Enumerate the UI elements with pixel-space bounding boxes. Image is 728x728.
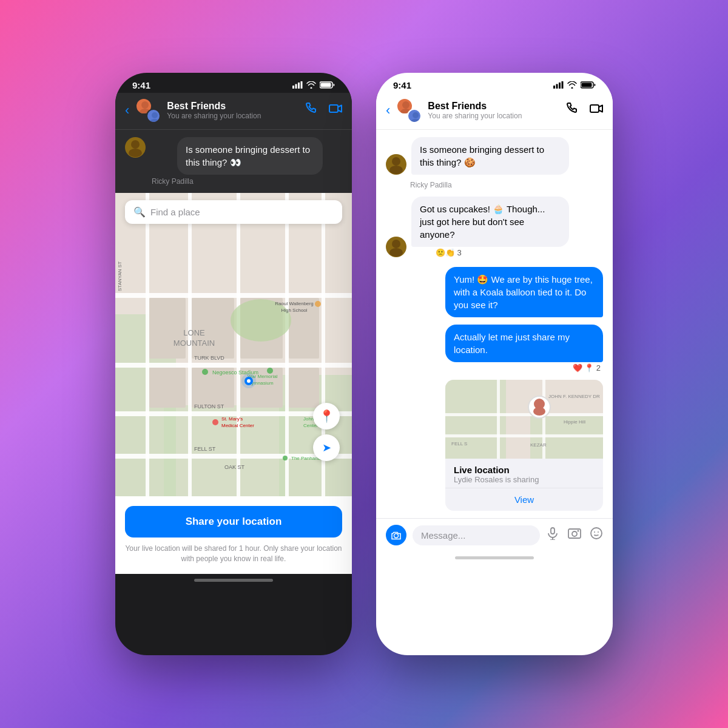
battery-icon-right <box>581 80 596 90</box>
svg-rect-63 <box>562 81 564 89</box>
svg-rect-65 <box>582 83 592 87</box>
reactions-2: 🙁👏 3 <box>436 248 569 257</box>
svg-text:STANYAN ST: STANYAN ST <box>117 261 123 291</box>
message-row-3: Yum! 🤩 We are by this huge tree, with a … <box>386 267 603 317</box>
svg-point-8 <box>152 112 158 118</box>
prev-sender-label: Ricky Padilla <box>152 177 342 186</box>
message-input[interactable]: Message... <box>413 525 540 545</box>
message-bubble-3: Yum! 🤩 We are by this huge tree, with a … <box>445 267 603 317</box>
signal-icon-right <box>553 80 564 90</box>
svg-text:FELL ST: FELL ST <box>194 446 216 452</box>
call-icon-left[interactable] <box>305 102 318 119</box>
reactions-4: ❤️ 📍 2 <box>445 363 601 372</box>
search-icon-map: 🔍 <box>133 206 146 218</box>
find-place-text: Find a place <box>150 207 200 217</box>
svg-text:MOUNTAIN: MOUNTAIN <box>174 339 215 348</box>
call-icon-right[interactable] <box>565 102 579 119</box>
location-card-info: Live location Lydie Rosales is sharing <box>445 459 603 488</box>
svg-rect-79 <box>445 434 603 437</box>
svg-point-47 <box>267 368 273 374</box>
chat-input-bar: Message... <box>376 518 613 551</box>
find-place-bar[interactable]: 🔍 Find a place <box>125 200 342 224</box>
svg-rect-61 <box>556 84 558 89</box>
svg-point-56 <box>283 456 288 460</box>
view-location-button[interactable]: View <box>445 488 603 511</box>
svg-point-72 <box>389 166 403 174</box>
svg-rect-29 <box>289 298 319 359</box>
navigate-button[interactable]: ➤ <box>313 434 340 461</box>
svg-point-69 <box>411 119 420 123</box>
sticker-icon[interactable] <box>590 527 603 544</box>
svg-text:Raoul Wallenberg: Raoul Wallenberg <box>275 301 313 306</box>
message-row-5: JOHN F. KENNEDY DR Hippie Hill KEZAR FEL… <box>386 380 603 511</box>
message-bubble-1: Is someone bringing dessert to this thin… <box>411 137 569 175</box>
svg-point-66 <box>402 101 410 109</box>
svg-point-50 <box>212 419 218 425</box>
message-text-2: Got us cupcakes! 🧁 Though... just got he… <box>420 204 545 240</box>
back-button-right[interactable]: ‹ <box>386 103 390 118</box>
share-location-button[interactable]: Share your location <box>125 506 342 538</box>
status-bar-right: 9:41 <box>376 73 613 93</box>
back-button-left[interactable]: ‹ <box>125 103 129 118</box>
svg-rect-3 <box>301 81 303 89</box>
input-actions <box>546 527 603 544</box>
microphone-icon[interactable] <box>546 527 559 544</box>
time-right: 9:41 <box>393 80 411 90</box>
photo-icon[interactable] <box>568 527 581 544</box>
sender-label-1: Ricky Padilla <box>410 181 603 189</box>
header-subtitle-right: You are sharing your location <box>428 112 559 120</box>
svg-rect-26 <box>149 298 186 359</box>
share-location-area: Share your location Your live location w… <box>115 496 352 574</box>
home-indicator-right <box>455 556 534 559</box>
camera-button[interactable] <box>386 525 406 545</box>
message-text-4: Actually let me just share my location. <box>454 332 570 355</box>
svg-point-74 <box>389 248 403 257</box>
svg-point-95 <box>578 530 579 532</box>
svg-rect-5 <box>321 83 331 87</box>
svg-rect-33 <box>289 368 319 408</box>
msg-avatar-1 <box>386 154 406 175</box>
message-row-1: Is someone bringing dessert to this thin… <box>386 137 603 175</box>
prev-message-area: Is someone bringing dessert to this thin… <box>115 130 352 193</box>
svg-point-12 <box>129 149 142 157</box>
chat-header-right: ‹ Best Friends You are sharing your loca… <box>376 93 613 130</box>
group-name-right: Best Friends <box>428 101 559 112</box>
signal-icon-left <box>292 80 303 90</box>
status-icons-right <box>553 80 596 90</box>
video-icon-left[interactable] <box>329 102 342 119</box>
group-avatar-right <box>396 98 422 123</box>
svg-point-73 <box>392 240 400 248</box>
home-indicator-left <box>194 579 273 582</box>
message-row-2: Got us cupcakes! 🧁 Though... just got he… <box>386 197 603 257</box>
svg-point-11 <box>131 140 140 149</box>
svg-text:LONE: LONE <box>183 328 205 337</box>
svg-text:St. Mary's: St. Mary's <box>221 416 243 422</box>
svg-rect-30 <box>149 368 186 408</box>
svg-text:Medical Center: Medical Center <box>221 423 254 428</box>
svg-point-71 <box>392 157 400 166</box>
map-area: STANYAN ST TURK BLVD FULTON ST FELL ST O… <box>115 193 352 496</box>
header-actions-left <box>305 102 342 119</box>
svg-point-44 <box>315 301 321 307</box>
time-left: 9:41 <box>132 80 150 90</box>
group-name-left: Best Friends <box>167 101 298 112</box>
prev-msg-avatar <box>125 137 146 158</box>
live-location-subtitle: Lydie Rosales is sharing <box>454 475 595 484</box>
video-icon-right[interactable] <box>590 102 603 119</box>
pin-icon: 📍 <box>319 409 334 423</box>
location-map-preview: JOHN F. KENNEDY DR Hippie Hill KEZAR FEL… <box>445 380 603 459</box>
svg-rect-17 <box>115 293 352 298</box>
svg-rect-90 <box>551 528 554 534</box>
svg-point-89 <box>394 534 399 538</box>
svg-point-45 <box>202 369 208 375</box>
svg-text:Hippie Hill: Hippie Hill <box>564 419 585 425</box>
message-text-3: Yum! 🤩 We are by this huge tree, with a … <box>454 274 593 310</box>
svg-rect-1 <box>295 84 297 89</box>
group-avatar-left <box>135 98 161 123</box>
svg-point-9 <box>150 119 160 123</box>
svg-text:High School: High School <box>281 308 307 313</box>
battery-icon-left <box>320 80 335 90</box>
location-pin-button[interactable]: 📍 <box>313 403 340 430</box>
wifi-icon-right <box>567 80 577 90</box>
svg-text:FULTON ST: FULTON ST <box>194 403 224 410</box>
